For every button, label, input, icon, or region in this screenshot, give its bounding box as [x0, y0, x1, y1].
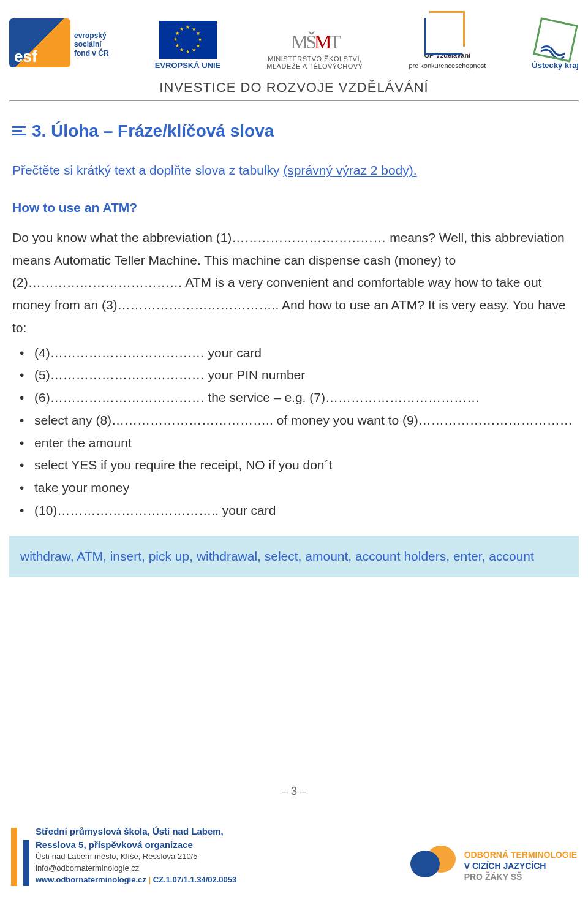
orange-bar-icon	[11, 828, 17, 886]
msmt-logo-block: MŠMT MINISTERSTVO ŠKOLSTVÍ, MLÁDEŽE A TĚ…	[266, 31, 363, 70]
footer-right: ODBORNÁ TERMINOLOGIE V CIZÍCH JAZYCÍCH P…	[410, 846, 577, 886]
svg-rect-0	[12, 126, 26, 128]
instruction-underlined: (správný výraz 2 body).	[283, 163, 417, 177]
blue-bar-icon	[23, 840, 29, 886]
list-item: select YES if you require the receipt, N…	[26, 454, 576, 477]
esf-text: evropský sociální fond v ČR	[74, 31, 109, 58]
investice-heading: INVESTICE DO ROZVOJE VZDĚLÁVÁNÍ	[0, 75, 588, 100]
svg-rect-1	[12, 130, 22, 132]
wave-icon	[540, 42, 566, 59]
school-email: info@odbornaterminologie.cz	[36, 863, 236, 874]
footer-right-l3: PRO ŽÁKY SŠ	[464, 871, 577, 882]
footer-right-text: ODBORNÁ TERMINOLOGIE V CIZÍCH JAZYCÍCH P…	[464, 849, 577, 883]
ustecky-label: Ústecký kraj	[532, 61, 579, 70]
school-name-1: Střední průmyslová škola, Ústí nad Labem…	[36, 825, 236, 838]
exercise-bullets: (4)……………………………… your card (5)………………………………	[12, 342, 576, 522]
school-web: www.odbornaterminologie.cz	[36, 875, 146, 884]
instruction-line: Přečtěte si krátký text a doplňte slova …	[12, 159, 576, 182]
list-item: (6)……………………………… the service – e.g. (7)………	[26, 387, 576, 409]
opvk-logo-block: OP Vzdělávání pro konkurenceschopnost	[409, 11, 486, 70]
section-title: 3. Úloha – Fráze/klíčová slova	[12, 116, 576, 146]
footer-sep: |	[146, 875, 153, 884]
page-number: – 3 –	[0, 785, 588, 798]
exercise-title: How to use an ATM?	[12, 197, 576, 219]
footer-left: Střední průmyslová škola, Ústí nad Labem…	[11, 825, 236, 886]
msmt-line1: MINISTERSTVO ŠKOLSTVÍ,	[268, 55, 361, 63]
main-content: 3. Úloha – Fráze/klíčová slova Přečtěte …	[0, 116, 588, 577]
header-logos-row: esf evropský sociální fond v ČR ★★ ★★ ★★…	[0, 0, 588, 75]
footer-text-block: Střední průmyslová škola, Ústí nad Labem…	[36, 825, 236, 886]
esf-abbrev: esf	[14, 48, 37, 66]
exercise-paragraph: Do you know what the abbreviation (1)…………	[12, 227, 576, 339]
list-item: select any (8)……………………………….. of money yo…	[26, 409, 576, 432]
list-item: (4)……………………………… your card	[26, 342, 576, 365]
project-code: CZ.1.07/1.1.34/02.0053	[153, 875, 237, 884]
school-address: Ústí nad Labem-město, Klíše, Resslova 21…	[36, 851, 236, 863]
msmt-line2: MLÁDEŽE A TĚLOVÝCHOVY	[266, 63, 363, 70]
list-item: enter the amount	[26, 432, 576, 455]
eu-label: EVROPSKÁ UNIE	[155, 61, 221, 70]
school-name-2: Resslova 5, příspěvková organizace	[36, 838, 236, 852]
ustecky-icon	[533, 17, 578, 63]
lines-icon	[12, 125, 26, 137]
msmt-icon: MŠMT	[291, 31, 339, 53]
header-divider	[9, 100, 579, 101]
instruction-prefix: Přečtěte si krátký text a doplňte slova …	[12, 163, 283, 177]
section-title-text: 3. Úloha – Fráze/klíčová slova	[32, 116, 274, 146]
svg-rect-2	[12, 134, 26, 135]
list-item: (10)……………………………….. your card	[26, 499, 576, 522]
footer: Střední průmyslová škola, Ústí nad Labem…	[0, 825, 588, 902]
opvk-line2: pro konkurenceschopnost	[409, 62, 486, 70]
list-item: take your money	[26, 477, 576, 499]
list-item: (5)……………………………… your PIN number	[26, 364, 576, 387]
footer-right-l2: V CIZÍCH JAZYCÍCH	[464, 860, 577, 871]
esf-icon: esf	[9, 18, 70, 67]
footer-right-l1: ODBORNÁ TERMINOLOGIE	[464, 849, 577, 860]
eu-flag-icon: ★★ ★★ ★★ ★★ ★★ ★★	[159, 21, 217, 59]
ustecky-logo-block: Ústecký kraj	[532, 21, 579, 70]
speech-bubbles-icon	[410, 846, 456, 886]
word-bank: withdraw, ATM, insert, pick up, withdraw…	[9, 536, 579, 578]
eu-logo-block: ★★ ★★ ★★ ★★ ★★ ★★ EVROPSKÁ UNIE	[155, 21, 221, 70]
esf-logo-block: esf evropský sociální fond v ČR	[9, 18, 109, 70]
opvk-icon	[429, 11, 465, 47]
